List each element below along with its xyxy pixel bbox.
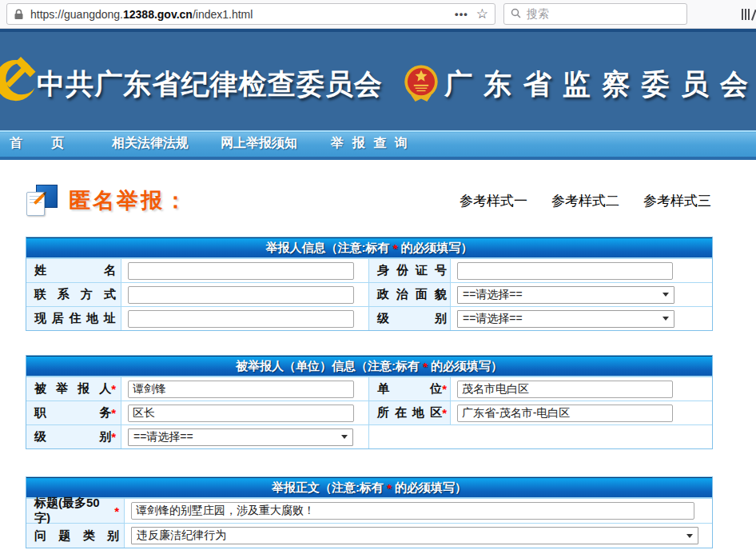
accused-region-label: 所在地区 <box>377 405 442 420</box>
accused-info-table: 被举报人（单位）信息（注意:标有*的必须填写） 被举报人* 单位* 职务* 所在… <box>26 355 713 449</box>
chevron-down-icon <box>662 293 669 297</box>
supervision-org-title: 广东省监察委员会 <box>444 66 748 103</box>
empty-cell <box>368 425 712 448</box>
site-banner: 中共广东省纪律检查委员会 广东省监察委员会 <box>0 29 756 130</box>
table-row: 标题(最多50字)* <box>26 498 712 523</box>
id-number-input[interactable] <box>457 262 673 280</box>
political-status-label: 政治面貌 <box>377 287 447 302</box>
address-bar[interactable]: https://guangdong.12388.gov.cn/index1.ht… <box>6 3 495 25</box>
reporter-info-header: 举报人信息（注意:标有*的必须填写） <box>26 237 712 258</box>
table-row: 现居住地址 级别 ==请选择== <box>26 306 712 330</box>
contact-label: 联系方式 <box>34 287 116 302</box>
search-placeholder: 搜索 <box>527 7 549 22</box>
chevron-down-icon <box>662 317 669 321</box>
lock-icon[interactable] <box>14 9 24 20</box>
nav-item-notice[interactable]: 网上举报须知 <box>221 135 297 152</box>
residence-input[interactable] <box>128 310 354 328</box>
reporter-info-table: 举报人信息（注意:标有*的必须填写） 姓名 身份证号 联系方式 政治面貌 ==请… <box>26 237 713 331</box>
nav-item-query[interactable]: 举报查询 <box>331 135 408 152</box>
reporter-level-label: 级别 <box>377 311 447 326</box>
nav-item-laws[interactable]: 相关法律法规 <box>112 135 189 152</box>
accused-info-header: 被举报人（单位）信息（注意:标有*的必须填写） <box>26 356 712 377</box>
contact-input[interactable] <box>128 286 354 304</box>
residence-label: 现居住地址 <box>34 311 116 326</box>
accused-unit-label: 单位 <box>377 381 442 397</box>
national-emblem-icon <box>403 64 440 107</box>
chevron-down-icon <box>686 534 693 538</box>
nav-item-home[interactable]: 首页 <box>10 135 64 152</box>
issue-category-label: 问题类别 <box>34 528 119 544</box>
report-body-header: 举报正文（注意:标有*的必须填写） <box>26 477 712 498</box>
accused-region-input[interactable] <box>457 405 673 422</box>
accused-name-input[interactable] <box>128 381 354 398</box>
browser-window: https://guangdong.12388.gov.cn/index1.ht… <box>0 0 756 550</box>
name-input[interactable] <box>128 262 354 280</box>
accused-level-select[interactable]: ==请选择== <box>128 428 353 446</box>
party-emblem-icon <box>0 56 38 110</box>
library-icon[interactable] <box>742 7 754 20</box>
main-nav: 首页 相关法律法规 网上举报须知 举报查询 <box>0 130 756 157</box>
ref-style-1-link[interactable]: 参考样式一 <box>460 192 527 210</box>
report-title-input[interactable] <box>131 502 694 520</box>
table-row: 被举报人* 单位* <box>26 377 712 401</box>
accused-level-label: 级别 <box>34 429 111 444</box>
browser-toolbar: https://guangdong.12388.gov.cn/index1.ht… <box>0 0 756 29</box>
reporter-level-select[interactable]: ==请选择== <box>457 310 674 328</box>
bookmark-star-icon[interactable]: ☆ <box>476 7 488 21</box>
report-body-table: 举报正文（注意:标有*的必须填写） 标题(最多50字)* 问题类别 违反廉洁纪律… <box>26 476 713 548</box>
chevron-down-icon <box>341 435 348 439</box>
ref-style-2-link[interactable]: 参考样式二 <box>551 192 619 210</box>
table-row: 职务* 所在地区* <box>26 401 712 424</box>
accused-position-input[interactable] <box>128 405 354 422</box>
accused-name-label: 被举报人 <box>34 381 111 397</box>
page-actions-icon[interactable]: ••• <box>455 8 468 20</box>
report-document-icon <box>26 184 59 217</box>
ref-style-3-link[interactable]: 参考样式三 <box>643 192 711 210</box>
magnifier-icon <box>511 7 521 22</box>
accused-position-label: 职务 <box>34 405 111 420</box>
political-status-select[interactable]: ==请选择== <box>457 286 674 304</box>
table-row: 联系方式 政治面貌 ==请选择== <box>26 282 712 306</box>
name-label: 姓名 <box>34 263 116 278</box>
url-text: https://guangdong.12388.gov.cn/index1.ht… <box>30 8 253 21</box>
table-row: 姓名 身份证号 <box>26 258 712 282</box>
table-row: 级别* ==请选择== <box>26 424 712 448</box>
nav-bottom-divider <box>0 157 756 160</box>
party-org-title: 中共广东省纪律检查委员会 <box>37 66 382 103</box>
id-number-label: 身份证号 <box>377 263 447 278</box>
search-input[interactable]: 搜索 <box>503 3 687 25</box>
table-row: 问题类别 违反廉洁纪律行为 <box>26 523 712 548</box>
report-title-label: 标题(最多50字) <box>34 496 114 526</box>
issue-category-select[interactable]: 违反廉洁纪律行为 <box>131 527 698 544</box>
page-title: 匿名举报： <box>69 186 189 215</box>
accused-unit-input[interactable] <box>457 381 673 398</box>
